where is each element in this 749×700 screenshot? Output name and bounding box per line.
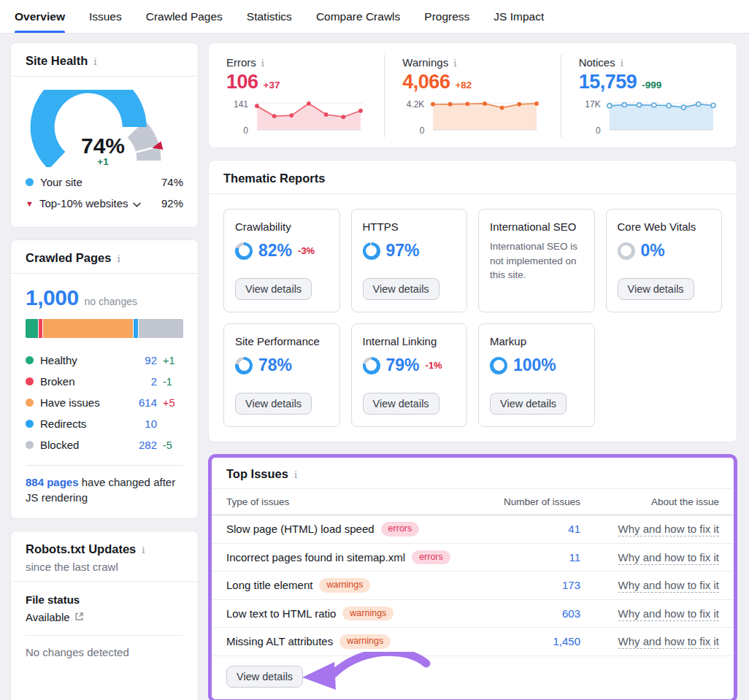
legend-dot xyxy=(26,356,34,364)
info-icon[interactable]: i xyxy=(93,55,96,67)
legend-label: Broken xyxy=(40,375,75,388)
view-details-button[interactable]: View details xyxy=(363,393,439,415)
nav-tab-statistics[interactable]: Statistics xyxy=(247,0,292,33)
y-min-label: 0 xyxy=(226,126,248,136)
stat-value-row: 15,759-999 xyxy=(579,71,719,93)
severity-badge-warnings: warnings xyxy=(319,578,370,593)
issue-count-link[interactable]: 41 xyxy=(568,523,580,535)
issue-row-missing-alt-attributes: Missing ALT attributeswarnings1,450Why a… xyxy=(212,628,734,656)
main-column: Errorsi106+371410 Warningsi4,066+824.2K0… xyxy=(208,42,737,700)
tile-crawlability: Crawlability82%-3%View details xyxy=(223,209,340,312)
robots-subtitle: since the last crawl xyxy=(26,561,183,573)
crawled-pages-title: Crawled Pages xyxy=(26,251,111,265)
issue-name-cell: Low text to HTML ratiowarnings xyxy=(226,607,496,621)
crawled-pages-body: 1,000 no changes Healthy92+1Broken2-1Hav… xyxy=(11,274,198,518)
why-how-to-fix-link[interactable]: Why and how to fix it xyxy=(618,523,719,536)
legend-dot xyxy=(26,377,34,385)
nav-tab-js-impact[interactable]: JS Impact xyxy=(493,0,544,33)
progress-ring-icon xyxy=(235,357,253,374)
issue-name: Incorrect pages found in sitemap.xml xyxy=(226,551,405,564)
left-column: Site Health i 74% +1 Your site74%▼Top-10… xyxy=(10,42,199,700)
issue-help-cell: Why and how to fix it xyxy=(580,635,719,647)
legend-count-link[interactable]: 614 xyxy=(131,396,157,409)
issue-name-cell: Slow page (HTML) load speederrors xyxy=(226,522,496,536)
stat-value[interactable]: 15,759 xyxy=(579,71,637,93)
stat-value[interactable]: 106 xyxy=(226,71,258,93)
view-details-button[interactable]: View details xyxy=(618,278,694,300)
tile-label: Markup xyxy=(490,335,583,347)
issue-name: Low text to HTML ratio xyxy=(226,607,336,620)
view-details-button[interactable]: View details xyxy=(235,393,312,415)
view-details-button[interactable]: View details xyxy=(235,278,312,300)
sparkline-svg xyxy=(606,99,717,137)
legend-count-link[interactable]: 2 xyxy=(131,375,157,388)
crawled-pages-stacked-bar xyxy=(26,319,183,338)
legend-count-link[interactable]: 282 xyxy=(131,439,157,451)
robots-no-changes: No changes detected xyxy=(26,646,183,658)
tile-label: Site Performance xyxy=(235,335,329,347)
tile-delta: -3% xyxy=(298,245,315,256)
nav-tab-progress[interactable]: Progress xyxy=(424,0,469,33)
info-icon[interactable]: i xyxy=(117,253,120,264)
bar-segment-blocked xyxy=(138,319,183,338)
thematic-header: Thematic Reports xyxy=(209,161,737,194)
annotation-arrow xyxy=(291,652,434,699)
crawled-pages-total: 1,000 xyxy=(26,285,79,310)
issue-count-link[interactable]: 603 xyxy=(562,607,580,620)
changed-pages-link[interactable]: 884 pages xyxy=(26,476,79,488)
issue-count-link[interactable]: 1,450 xyxy=(553,635,580,647)
tile-label: International SEO xyxy=(490,220,583,233)
view-details-button[interactable]: View details xyxy=(363,278,439,300)
y-max-label: 17K xyxy=(579,99,601,109)
tile-label: HTTPS xyxy=(363,220,456,233)
nav-tab-compare-crawls[interactable]: Compare Crawls xyxy=(316,0,400,33)
why-how-to-fix-link[interactable]: Why and how to fix it xyxy=(618,607,719,621)
issue-count-link[interactable]: 173 xyxy=(562,579,580,591)
issue-count-link[interactable]: 11 xyxy=(569,551,580,564)
stat-delta: +82 xyxy=(455,80,472,91)
tile-label: Core Web Vitals xyxy=(618,220,711,233)
nav-tab-issues[interactable]: Issues xyxy=(89,0,122,33)
severity-badge-errors: errors xyxy=(381,522,420,536)
info-icon[interactable]: i xyxy=(261,57,264,69)
stat-label-row: Noticesi xyxy=(579,56,719,69)
legend-row-top-10-websites[interactable]: ▼Top-10% websites92% xyxy=(26,193,183,214)
info-icon[interactable]: i xyxy=(621,57,623,69)
issue-help-cell: Why and how to fix it xyxy=(580,607,719,620)
thematic-tiles: Crawlability82%-3%View detailsHTTPS97%Vi… xyxy=(209,194,737,442)
thematic-title: Thematic Reports xyxy=(223,172,325,185)
tile-description: International SEO is not implemented on … xyxy=(490,239,583,282)
info-icon[interactable]: i xyxy=(142,544,145,555)
top-tab-bar: OverviewIssuesCrawled PagesStatisticsCom… xyxy=(0,0,749,34)
tile-score: 100% xyxy=(490,355,583,375)
legend-delta: +5 xyxy=(163,397,183,409)
nav-tab-crawled-pages[interactable]: Crawled Pages xyxy=(146,0,223,33)
view-details-button[interactable]: View details xyxy=(490,393,566,415)
stat-y-axis: 17K0 xyxy=(579,99,601,137)
tile-https: HTTPS97%View details xyxy=(351,209,468,312)
why-how-to-fix-link[interactable]: Why and how to fix it xyxy=(618,551,719,565)
tile-international-seo: International SEOInternational SEO is no… xyxy=(478,209,595,312)
legend-count-link[interactable]: 92 xyxy=(131,354,157,366)
file-status-link[interactable]: Available xyxy=(26,611,183,623)
why-how-to-fix-link[interactable]: Why and how to fix it xyxy=(618,635,719,649)
legend-count-link[interactable]: 10 xyxy=(131,418,157,430)
info-icon[interactable]: i xyxy=(294,469,297,480)
crawled-legend-row-redirects: Redirects10 xyxy=(26,413,183,434)
y-min-label: 0 xyxy=(579,126,601,136)
y-max-label: 4.2K xyxy=(402,99,424,109)
nav-tab-overview[interactable]: Overview xyxy=(15,0,65,33)
stat-label: Errors xyxy=(226,56,256,69)
issue-count-cell: 11 xyxy=(496,551,580,564)
site-health-title: Site Health xyxy=(26,54,88,68)
info-icon[interactable]: i xyxy=(453,57,456,69)
progress-ring-icon xyxy=(363,242,380,260)
crawled-pages-total-row: 1,000 no changes xyxy=(26,285,183,310)
top-issues-view-details-button[interactable]: View details xyxy=(226,666,303,688)
progress-ring-icon xyxy=(490,357,507,374)
issue-row-long-title-element: Long title elementwarnings173Why and how… xyxy=(212,572,734,600)
why-how-to-fix-link[interactable]: Why and how to fix it xyxy=(618,579,719,593)
chevron-down-icon[interactable] xyxy=(133,197,141,209)
tile-label: Crawlability xyxy=(235,220,329,233)
stat-value[interactable]: 4,066 xyxy=(402,71,450,93)
